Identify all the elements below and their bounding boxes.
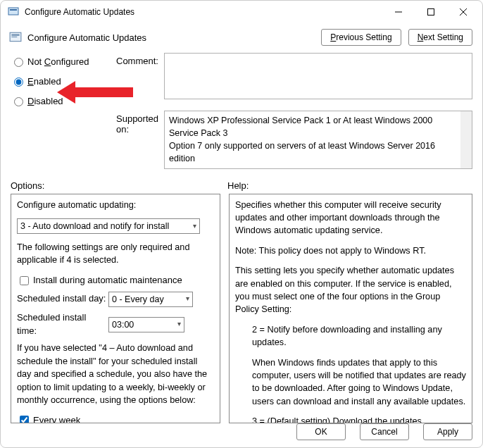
svg-rect-7 <box>11 35 19 36</box>
install-day-dropdown[interactable]: 0 - Every day▾ <box>108 292 193 307</box>
install-time-row: Scheduled install time: 03:00▾ <box>17 311 214 338</box>
maximize-button[interactable] <box>415 1 447 23</box>
panels-row: Configure automatic updating: 3 - Auto d… <box>1 194 482 423</box>
svg-rect-8 <box>11 37 17 37</box>
radio-enabled[interactable]: Enabled <box>11 75 116 87</box>
svg-rect-0 <box>8 8 18 15</box>
app-icon <box>8 6 19 18</box>
install-maintenance-checkbox[interactable]: Install during automatic maintenance <box>17 274 214 287</box>
help-p5: When Windows finds updates that apply to… <box>235 356 466 409</box>
next-setting-button[interactable]: Next Setting <box>408 29 472 46</box>
ok-button[interactable]: OK <box>296 423 346 440</box>
help-label: Help: <box>227 180 249 191</box>
install-day-row: Scheduled install day: 0 - Every day▾ <box>17 292 214 307</box>
help-p4: 2 = Notify before downloading and instal… <box>235 323 466 349</box>
header-row: Configure Automatic Updates Previous Set… <box>1 23 482 53</box>
schedule-note: If you have selected "4 – Auto download … <box>17 342 214 406</box>
help-p1: Specifies whether this computer will rec… <box>235 199 466 237</box>
help-p2: Note: This policy does not apply to Wind… <box>235 244 466 257</box>
radio-not-configured[interactable]: Not Configured <box>11 56 116 67</box>
every-week-checkbox[interactable]: Every week <box>17 413 214 423</box>
dialog-title: Configure Automatic Updates <box>27 32 321 43</box>
previous-setting-button[interactable]: Previous Setting <box>321 29 401 46</box>
state-radios: Not Configured Enabled Disabled <box>11 53 116 106</box>
help-panel[interactable]: Specifies whether this computer will rec… <box>229 194 472 423</box>
help-p6: 3 = (Default setting) Download the updat… <box>235 415 466 423</box>
footer-buttons: OK Cancel Apply <box>296 423 472 440</box>
options-label: Options: <box>11 180 227 191</box>
supported-on-text: Windows XP Professional Service Pack 1 o… <box>164 111 472 169</box>
supported-on-label: Supported on: <box>116 106 164 169</box>
policy-icon <box>9 31 22 44</box>
chevron-down-icon: ▾ <box>186 294 189 304</box>
config-grid: Not Configured Enabled Disabled Comment:… <box>1 53 482 175</box>
close-button[interactable] <box>447 1 479 23</box>
chevron-down-icon: ▾ <box>177 319 181 330</box>
comment-textarea[interactable] <box>164 53 472 99</box>
updating-dropdown[interactable]: 3 - Auto download and notify for install… <box>17 218 200 234</box>
radio-disabled[interactable]: Disabled <box>11 95 116 106</box>
install-day-label: Scheduled install day: <box>17 292 108 306</box>
help-p3: This setting lets you specify whether au… <box>235 264 466 316</box>
dialog-window: Configure Automatic Updates Configure Au… <box>0 0 483 448</box>
chevron-down-icon: ▾ <box>193 221 196 232</box>
options-panel[interactable]: Configure automatic updating: 3 - Auto d… <box>11 194 220 423</box>
cancel-button[interactable]: Cancel <box>360 423 409 440</box>
window-title: Configure Automatic Updates <box>25 7 382 17</box>
section-labels: Options: Help: <box>1 175 482 194</box>
install-time-label: Scheduled install time: <box>17 311 108 338</box>
options-note: The following settings are only required… <box>17 241 214 267</box>
minimize-button[interactable] <box>382 1 415 23</box>
apply-button[interactable]: Apply <box>423 423 472 440</box>
options-heading: Configure automatic updating: <box>17 199 214 211</box>
title-bar: Configure Automatic Updates <box>1 1 482 23</box>
comment-label: Comment: <box>116 53 164 106</box>
svg-rect-1 <box>10 9 17 11</box>
install-time-dropdown[interactable]: 03:00▾ <box>108 317 184 332</box>
svg-rect-3 <box>428 9 434 15</box>
